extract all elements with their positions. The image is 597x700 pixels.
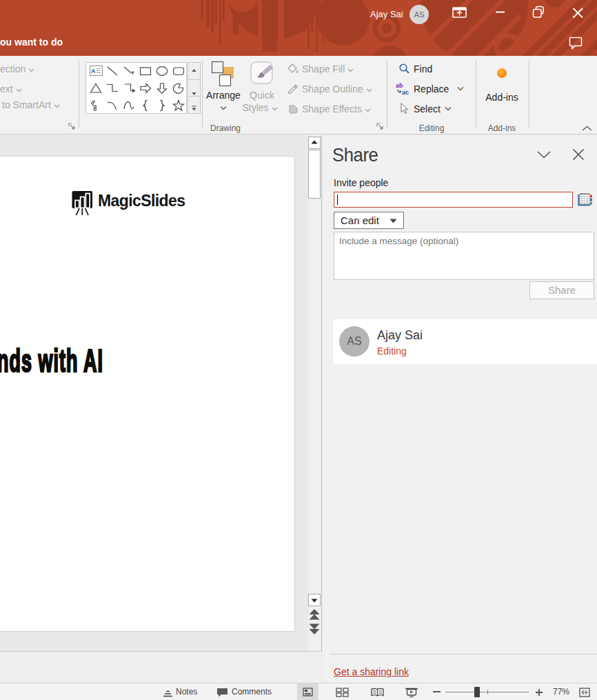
svg-text:ac: ac <box>402 89 409 95</box>
svg-text:A: A <box>91 68 96 74</box>
svg-text:ab: ab <box>396 82 403 89</box>
